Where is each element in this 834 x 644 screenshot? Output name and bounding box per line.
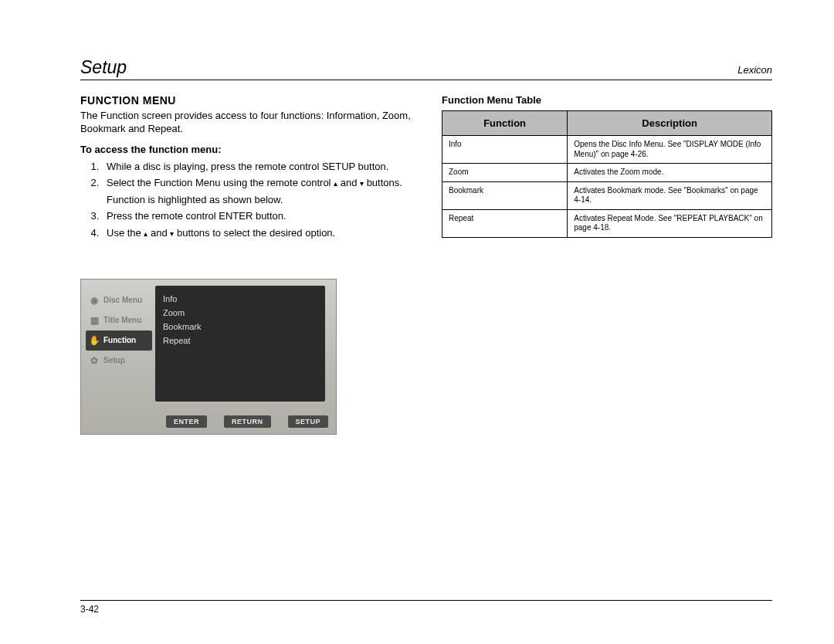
page-number: 3-42: [80, 600, 772, 615]
osd-hint-setup: SETUP: [288, 415, 329, 428]
osd-sidebar: ◉ Disc Menu ▦ Title Menu ✋ Function ✿ Se…: [86, 290, 152, 371]
table-row: Info Opens the Disc Info Menu. See "DISP…: [442, 136, 772, 164]
th-description: Description: [568, 111, 772, 136]
hand-icon: ✋: [89, 335, 100, 346]
osd-opt-bookmark: Bookmark: [163, 320, 317, 334]
right-column: Function Menu Table Function Description…: [442, 94, 772, 435]
table-row: Bookmark Activates Bookmark mode. See "B…: [442, 181, 772, 209]
grid-icon: ▦: [89, 315, 100, 326]
left-column: FUNCTION MENU The Function screen provid…: [80, 94, 411, 435]
table-row: Zoom Activates the Zoom mode.: [442, 164, 772, 182]
osd-opt-repeat: Repeat: [163, 334, 317, 347]
osd-opt-zoom: Zoom: [163, 306, 317, 320]
page-header: Setup Lexicon: [80, 57, 772, 80]
step-1: While a disc is playing, press the remot…: [102, 160, 411, 174]
osd-side-setup: ✿ Setup: [86, 351, 152, 371]
brand-label: Lexicon: [737, 64, 772, 76]
osd-button-hints: ENTER RETURN SETUP: [166, 415, 328, 428]
steps-list: While a disc is playing, press the remot…: [80, 160, 411, 240]
content-columns: FUNCTION MENU The Function screen provid…: [80, 94, 772, 435]
osd-hint-return: RETURN: [224, 415, 271, 428]
gear-icon: ✿: [89, 355, 100, 366]
step-3: Press the remote control ENTER button.: [102, 209, 411, 223]
step-4: Use the and buttons to select the desire…: [102, 226, 411, 240]
step-2: Select the Function Menu using the remot…: [102, 176, 411, 206]
table-heading: Function Menu Table: [442, 94, 772, 106]
osd-opt-info: Info: [163, 292, 317, 306]
osd-side-disc-menu: ◉ Disc Menu: [86, 290, 152, 310]
disc-icon: ◉: [89, 295, 100, 306]
access-heading: To access the function menu:: [80, 144, 411, 155]
chapter-title: Setup: [80, 57, 127, 78]
section-title: FUNCTION MENU: [80, 94, 411, 107]
intro-paragraph: The Function screen provides access to f…: [80, 110, 411, 136]
osd-hint-enter: ENTER: [166, 415, 207, 428]
manual-page: Setup Lexicon FUNCTION MENU The Function…: [0, 0, 834, 644]
osd-side-title-menu: ▦ Title Menu: [86, 310, 152, 330]
osd-panel: Info Zoom Bookmark Repeat: [155, 286, 325, 402]
step-2-note: Function is highlighted as shown below.: [107, 193, 411, 207]
th-function: Function: [442, 111, 568, 136]
function-menu-table: Function Description Info Opens the Disc…: [442, 110, 772, 238]
osd-screenshot: ◉ Disc Menu ▦ Title Menu ✋ Function ✿ Se…: [80, 279, 337, 435]
table-row: Repeat Activates Repeat Mode. See "REPEA…: [442, 209, 772, 237]
osd-side-function: ✋ Function: [86, 330, 152, 351]
